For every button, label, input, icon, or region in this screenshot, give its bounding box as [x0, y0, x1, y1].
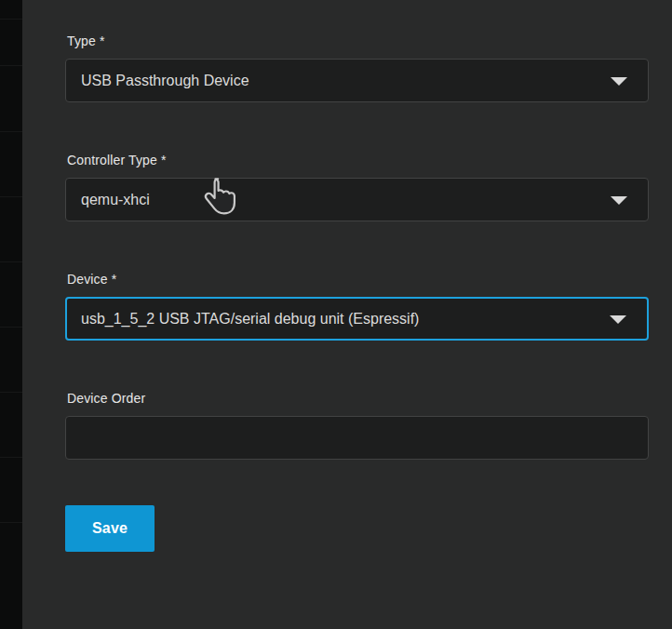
device-order-label: Device Order: [65, 390, 649, 407]
row-divider: [0, 522, 22, 523]
row-divider: [0, 19, 22, 20]
form-group-controller-type: Controller Type * qemu-xhci: [65, 152, 649, 221]
device-label: Device *: [65, 271, 649, 288]
background-page-strip: [0, 0, 22, 629]
device-form: Type * USB Passthrough Device Controller…: [65, 33, 649, 552]
form-group-device: Device * usb_1_5_2 USB JTAG/serial debug…: [65, 271, 649, 341]
row-divider: [0, 65, 22, 66]
row-divider: [0, 196, 22, 197]
type-select[interactable]: USB Passthrough Device: [65, 59, 649, 102]
controller-type-select[interactable]: qemu-xhci: [65, 178, 649, 221]
device-order-input[interactable]: [65, 416, 649, 460]
dropdown-arrow-icon: [611, 196, 627, 205]
form-group-device-order: Device Order: [65, 390, 649, 460]
dropdown-arrow-icon: [610, 315, 626, 324]
row-divider: [0, 457, 22, 458]
row-divider: [0, 392, 22, 393]
controller-type-select-value: qemu-xhci: [81, 192, 150, 208]
form-group-type: Type * USB Passthrough Device: [65, 33, 649, 102]
row-divider: [0, 131, 22, 132]
type-select-value: USB Passthrough Device: [81, 73, 249, 89]
dropdown-arrow-icon: [611, 77, 627, 86]
type-label: Type *: [65, 33, 649, 49]
device-select-value: usb_1_5_2 USB JTAG/serial debug unit (Es…: [81, 311, 419, 328]
row-divider: [0, 327, 22, 328]
device-select[interactable]: usb_1_5_2 USB JTAG/serial debug unit (Es…: [65, 297, 649, 341]
device-form-panel: Type * USB Passthrough Device Controller…: [22, 0, 672, 629]
save-button[interactable]: Save: [65, 505, 155, 552]
row-divider: [0, 261, 22, 262]
controller-type-label: Controller Type *: [65, 152, 649, 168]
